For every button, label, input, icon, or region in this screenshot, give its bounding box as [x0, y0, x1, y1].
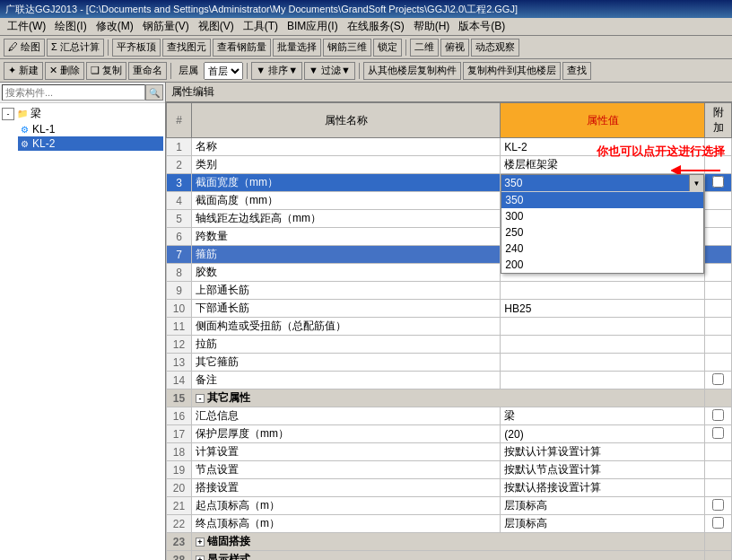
property-table: # 属性名称 属性值 附加 1 名称 KL-2 [166, 102, 732, 560]
th-attach: 附加 [705, 103, 732, 138]
th-name: 属性名称 [192, 103, 501, 138]
menu-item-online[interactable]: 在线服务(S) [344, 18, 408, 35]
attach-check[interactable] [705, 497, 732, 515]
row-num: 6 [167, 228, 192, 246]
prop-value[interactable]: HB25 [501, 300, 705, 318]
tree-label-kl2: KL-2 [32, 137, 55, 150]
attach-checkbox-17[interactable] [712, 427, 724, 439]
attach-check [705, 210, 732, 228]
btn-rebar3d[interactable]: 钢筋三维 [323, 39, 371, 57]
btn-lock[interactable]: 锁定 [373, 39, 402, 57]
prop-name: 拉筋 [192, 336, 501, 354]
th-num: # [167, 103, 192, 138]
btn-2d[interactable]: 二维 [410, 39, 439, 57]
dropdown-option[interactable]: 240 [501, 241, 703, 257]
dropdown-text-input[interactable] [501, 175, 689, 191]
btn-dynamic[interactable]: 动态观察 [471, 39, 519, 57]
prop-value-dropdown-cell[interactable]: ▼ 350 300 250 240 200 [501, 174, 705, 192]
prop-value[interactable]: 层顶标高 [501, 497, 705, 515]
prop-value[interactable]: KL-2 [501, 138, 705, 156]
prop-value[interactable]: 按默认搭接设置计算 [501, 479, 705, 497]
section-expand-icon-display[interactable]: + [196, 556, 205, 560]
search-bar: 🔍 [0, 83, 165, 103]
tree-item-kl1[interactable]: ⚙ KL-1 [18, 122, 163, 136]
attach-check[interactable] [705, 515, 732, 533]
dropdown-option[interactable]: 300 [501, 208, 703, 224]
dropdown-arrow-button[interactable]: ▼ [689, 175, 703, 191]
btn-new[interactable]: ✦ 新建 [4, 62, 43, 80]
btn-sort[interactable]: ▼ 排序▼ [251, 62, 302, 80]
tree-item-kl2[interactable]: ⚙ KL-2 [18, 136, 163, 151]
prop-name: 保护层厚度（mm） [192, 425, 501, 443]
prop-value[interactable] [501, 354, 705, 372]
search-button[interactable]: 🔍 [145, 84, 163, 101]
menu-item-gongwu[interactable]: 工件(W) [4, 18, 49, 35]
btn-filter[interactable]: ▼ 过滤▼ [304, 62, 355, 80]
btn-viewrebar[interactable]: 查看钢筋量 [213, 39, 271, 57]
attach-check [705, 282, 732, 300]
prop-value[interactable] [501, 282, 705, 300]
tree-expand-beam[interactable]: - [2, 108, 14, 120]
dropdown-options-list: 350 300 250 240 200 [501, 191, 703, 273]
btn-topview[interactable]: 俯视 [440, 39, 469, 57]
prop-value[interactable]: 楼层框架梁 [501, 156, 705, 174]
attach-check[interactable] [705, 174, 732, 192]
btn-copy-from-floor[interactable]: 从其他楼层复制构件 [363, 62, 461, 80]
btn-search[interactable]: 查找 [562, 62, 591, 80]
dropdown-option[interactable]: 250 [501, 224, 703, 241]
btn-rename[interactable]: 重命名 [128, 62, 167, 80]
table-row: 13 其它箍筋 [167, 354, 732, 372]
menu-item-bim[interactable]: BIM应用(I) [283, 18, 342, 35]
prop-value[interactable] [501, 318, 705, 336]
btn-copy[interactable]: ❑ 复制 [86, 62, 126, 80]
tree-item-beam-root[interactable]: - 📁 梁 [2, 105, 163, 122]
menu-item-gangjinliang[interactable]: 钢筋量(V) [139, 18, 193, 35]
prop-value[interactable]: 层顶标高 [501, 515, 705, 533]
prop-value[interactable]: 按默认节点设置计算 [501, 461, 705, 479]
menu-item-gongju[interactable]: 工具(T) [240, 18, 282, 35]
attach-checkbox-22[interactable] [712, 517, 724, 529]
prop-value[interactable]: 梁 [501, 407, 705, 425]
menu-item-version[interactable]: 版本号(B) [455, 18, 509, 35]
menu-item-shitu[interactable]: 视图(V) [195, 18, 238, 35]
th-value: 属性值 [501, 103, 705, 138]
attach-check[interactable] [705, 372, 732, 389]
btn-copy-to-floor[interactable]: 复制构件到其他楼层 [463, 62, 561, 80]
prop-name: 名称 [192, 138, 501, 156]
attach-check[interactable] [705, 425, 732, 443]
prop-name: 侧面构造或受扭筋（总配筋值） [192, 318, 501, 336]
dropdown-widget[interactable]: ▼ 350 300 250 240 200 [501, 174, 704, 274]
menu-item-xiugai[interactable]: 修改(M) [92, 18, 137, 35]
tree-label-kl1: KL-1 [32, 123, 55, 136]
btn-flattop[interactable]: 平齐板顶 [112, 39, 161, 57]
prop-name: 上部通长筋 [192, 282, 501, 300]
btn-delete[interactable]: ✕ 删除 [45, 62, 84, 80]
section-expand-icon-anchor[interactable]: + [196, 538, 205, 547]
prop-value[interactable] [501, 336, 705, 354]
dropdown-option[interactable]: 200 [501, 257, 703, 273]
attach-checkbox-14[interactable] [712, 373, 724, 385]
attach-check [705, 246, 732, 264]
table-row: 11 侧面构造或受扭筋（总配筋值） [167, 318, 732, 336]
attach-checkbox-16[interactable] [712, 409, 724, 421]
menu-item-huitu[interactable]: 绘图(I) [51, 18, 90, 35]
btn-calc[interactable]: Σ 汇总计算 [47, 39, 104, 57]
section-expand-icon[interactable]: - [196, 394, 205, 403]
prop-value[interactable] [501, 372, 705, 389]
btn-draw[interactable]: 🖊 绘图 [4, 39, 45, 57]
attach-checkbox-3[interactable] [712, 176, 724, 188]
btn-find[interactable]: 查找图元 [162, 39, 211, 57]
btn-batchselect[interactable]: 批量选择 [273, 39, 321, 57]
section-title: +锚固搭接 [192, 533, 705, 551]
attach-check[interactable] [705, 407, 732, 425]
dropdown-option[interactable]: 350 [501, 192, 703, 208]
menu-item-help[interactable]: 帮助(H) [410, 18, 454, 35]
search-input[interactable] [2, 84, 145, 101]
attach-checkbox-21[interactable] [712, 499, 724, 511]
table-row-3: 3 截面宽度（mm） ▼ 350 300 [167, 174, 732, 192]
prop-value[interactable]: 按默认计算设置计算 [501, 443, 705, 461]
floor-select[interactable]: 首层 [204, 62, 243, 80]
table-row: 12 拉筋 [167, 336, 732, 354]
prop-value[interactable]: (20) [501, 425, 705, 443]
tree-label-beam: 梁 [30, 106, 41, 121]
